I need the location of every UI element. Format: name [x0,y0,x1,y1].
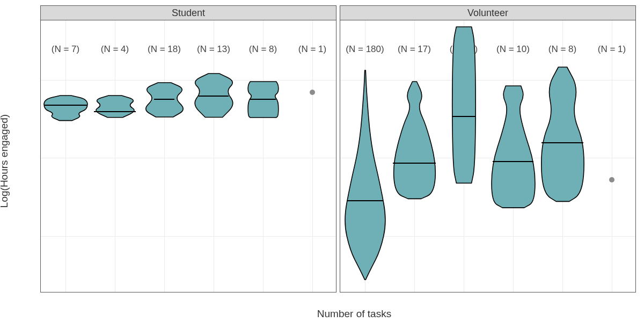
count-label: (N = 10) [496,44,530,55]
median-line [199,96,229,97]
gridline-vertical [115,20,115,292]
gridline-vertical [612,20,612,292]
single-point [310,90,315,95]
count-label: (N = 17) [398,44,431,55]
plot-area: 0.02.55.0123456(N = 7)(N = 4)(N = 18)(N … [40,20,336,292]
count-label: (N = 7) [52,44,79,55]
median-line [44,105,87,106]
y-axis-label: Log(Hours engaged) [0,114,10,208]
violin-facet-chart: Log(Hours engaged) Number of tasks Stude… [0,0,644,322]
median-line [347,200,383,201]
median-line [393,163,436,164]
violin [541,67,584,201]
facet-panels: Student0.02.55.0123456(N = 7)(N = 4)(N =… [40,5,636,292]
violin [343,70,387,280]
median-line [493,161,533,162]
x-axis-label: Number of tasks [317,308,391,320]
violin [492,86,535,208]
gridline-vertical [263,20,264,292]
median-line [541,142,583,143]
gridline-horizontal [41,80,336,80]
gridline-vertical [164,20,165,292]
violin [44,96,87,121]
gridline-vertical [65,20,66,292]
count-label: (N = 1) [598,44,626,55]
gridline-vertical [312,20,313,292]
median-line [94,111,136,112]
median-line [154,99,174,100]
violin [442,27,486,183]
violin [93,96,137,118]
count-label: (N = 1) [298,44,326,55]
gridline-horizontal [41,236,336,237]
count-label: (N = 8) [548,44,576,55]
median-line [452,116,475,117]
facet-strip-label: Student [40,5,336,20]
count-label: (N = 180) [346,44,384,55]
count-label: (N = 18) [148,44,181,55]
plot-area: 123456(N = 180)(N = 17)(N = 9)(N = 10)(N… [340,20,636,292]
gridline-vertical [214,20,214,292]
single-point [609,177,614,182]
facet-panel: Volunteer123456(N = 180)(N = 17)(N = 9)(… [340,5,636,292]
count-label: (N = 13) [197,44,230,55]
count-label: (N = 8) [249,44,277,55]
median-line [250,99,276,100]
facet-panel: Student0.02.55.0123456(N = 7)(N = 4)(N =… [40,5,336,292]
violin [393,82,436,199]
violin [143,83,186,117]
gridline-horizontal [41,158,336,158]
count-label: (N = 4) [101,44,129,55]
facet-strip-label: Volunteer [340,5,636,20]
